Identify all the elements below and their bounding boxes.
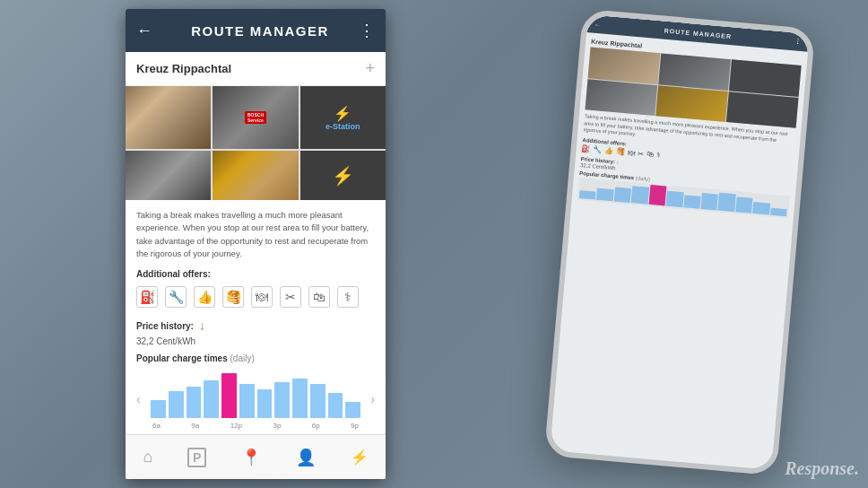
app-panel: ← ROUTE MANAGER ⋮ Kreuz Rippachtal + BOS… [126, 9, 386, 479]
chart-bar [204, 380, 219, 418]
offer-icon-fuel: ⛽ [136, 286, 158, 308]
chart-bar [328, 393, 343, 418]
chart-bar [292, 379, 308, 418]
image-estation: ⚡ e-Station [300, 86, 386, 149]
price-history-label: Price history: [136, 321, 194, 331]
image-mechanic: BOSCHService [213, 86, 298, 149]
estation-photo: ⚡ e-Station [300, 86, 386, 149]
offer-icon-shop: 🛍 [308, 286, 330, 308]
price-header: Price history: ↓ [136, 318, 375, 333]
label-9a: 9a [191, 422, 199, 430]
offer-icon-tools: 🔧 [165, 286, 187, 308]
coffee-photo [213, 151, 298, 200]
label-3p: 3p [273, 422, 281, 430]
offer-icon-thumbs: 👍 [194, 286, 215, 308]
page-title: ROUTE MANAGER [161, 23, 359, 39]
price-trend-icon: ↓ [199, 318, 205, 333]
image-interior [126, 151, 211, 200]
location-name: Kreuz Rippachtal [136, 62, 231, 75]
image-airport [126, 86, 211, 149]
nav-parking[interactable]: P [178, 444, 215, 471]
price-value: 32,2 Cent/kWh [136, 336, 375, 346]
price-section: Price history: ↓ 32,2 Cent/kWh [136, 318, 375, 346]
offers-icons-row: ⛽ 🔧 👍 🥞 🍽 ✂ 🛍 ⚕ [136, 286, 375, 308]
nav-home[interactable]: ⌂ [134, 444, 161, 470]
charge-times-label: Popular charge times (daily) [136, 353, 375, 363]
phone-screen: ← ROUTE MANAGER ⋮ Kreuz Rippachtal Takin… [550, 14, 810, 470]
bosch-logo: BOSCHService [245, 111, 266, 124]
charger-photo: ⚡ [300, 151, 386, 200]
label-6p: 6p [312, 422, 320, 430]
location-header: Kreuz Rippachtal + [126, 52, 386, 86]
charge-times-sublabel: (daily) [230, 353, 254, 363]
offer-icon-scissors: ✂ [280, 286, 301, 308]
location-icon: 📍 [241, 448, 261, 467]
chart-bar [151, 400, 166, 418]
offers-label: Additional offers: [136, 269, 375, 279]
mechanic-photo: BOSCHService [213, 86, 298, 149]
chart-bar [257, 389, 273, 418]
parking-icon: P [187, 448, 206, 467]
image-grid: BOSCHService ⚡ e-Station ⚡ [126, 86, 386, 200]
image-charger: ⚡ [300, 151, 386, 200]
chart-bar [221, 373, 237, 418]
nav-profile[interactable]: 👤 [287, 444, 325, 471]
airport-photo [126, 86, 211, 149]
phone-device: ← ROUTE MANAGER ⋮ Kreuz Rippachtal Takin… [544, 9, 816, 476]
chart-container: ‹ 6a 9a 12p 3p 6p 9p › [136, 369, 375, 430]
app-header: ← ROUTE MANAGER ⋮ [126, 9, 386, 52]
more-button[interactable]: ⋮ [359, 21, 375, 40]
label-9p: 9p [351, 422, 359, 430]
chart-bar [169, 391, 184, 418]
home-icon: ⌂ [143, 448, 152, 466]
chart-labels: 6a 9a 12p 3p 6p 9p [151, 422, 360, 430]
chart-bar [187, 387, 202, 418]
nav-charge[interactable]: ⚡ [342, 445, 378, 469]
chart-bar [239, 384, 255, 418]
add-button[interactable]: + [365, 59, 375, 78]
profile-icon: 👤 [296, 448, 316, 467]
offer-icon-dining: 🍽 [251, 286, 273, 308]
nav-location[interactable]: 📍 [232, 444, 270, 471]
estation-label: e-Station [326, 122, 360, 131]
bottom-nav: ⌂ P 📍 👤 ⚡ [126, 434, 386, 479]
offer-icon-food: 🥞 [222, 286, 244, 308]
back-button[interactable]: ← [136, 22, 152, 40]
watermark: Response. [785, 458, 859, 479]
phone-mini-content: Kreuz Rippachtal Taking a break makes tr… [571, 32, 808, 224]
bar-chart [151, 369, 360, 418]
chart-nav-right[interactable]: › [370, 392, 375, 406]
description-text: Taking a break makes travelling a much m… [136, 209, 375, 260]
chart-bar [345, 402, 360, 418]
chart-bar [274, 382, 290, 418]
label-12p: 12p [230, 422, 242, 430]
interior-photo [126, 151, 211, 200]
label-6a: 6a [152, 422, 161, 430]
charge-icon: ⚡ [351, 449, 369, 466]
content-area: Taking a break makes travelling a much m… [126, 200, 386, 434]
chart-nav-left[interactable]: ‹ [136, 392, 141, 406]
image-coffee [213, 151, 298, 200]
offer-icon-health: ⚕ [337, 286, 359, 308]
chart-bar [310, 384, 326, 418]
